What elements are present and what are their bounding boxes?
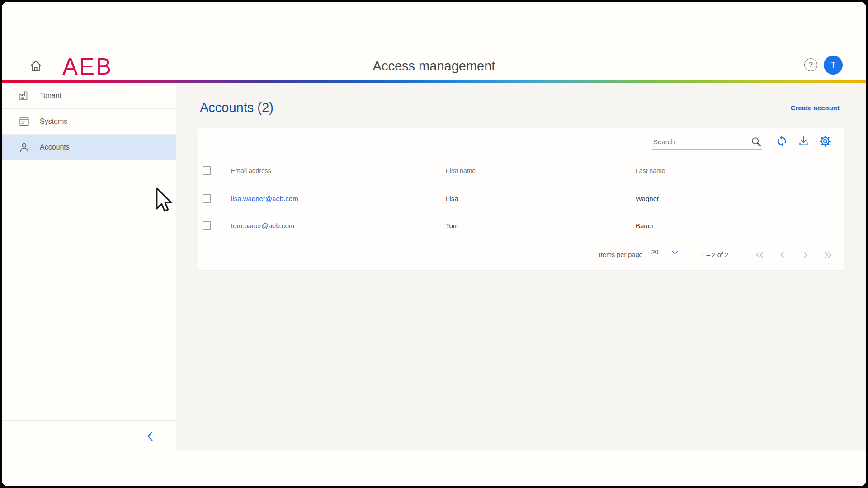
search-input[interactable] xyxy=(652,135,762,150)
gear-icon xyxy=(819,135,831,149)
table-row[interactable]: tom.bauer@aeb.com Tom Bauer xyxy=(198,212,844,239)
sidebar-item-label: Systems xyxy=(40,117,67,126)
next-page-button[interactable] xyxy=(800,249,811,260)
accounts-table-card: Email address First name Last name lisa.… xyxy=(198,128,844,270)
table-pagination-bar: Items per page 20 1 – 2 of 2 xyxy=(198,239,844,270)
chevron-left-icon xyxy=(144,429,158,445)
items-per-page-label: Items per page xyxy=(599,251,643,258)
download-button[interactable] xyxy=(797,136,810,148)
column-header-first-name[interactable]: First name xyxy=(446,167,636,174)
account-email-link[interactable]: tom.bauer@aeb.com xyxy=(231,222,446,230)
column-header-email[interactable]: Email address xyxy=(231,167,446,174)
avatar-initial: T xyxy=(831,61,836,70)
sidebar-footer xyxy=(2,420,176,451)
sidebar: Tenant Systems Accounts xyxy=(2,83,176,451)
search-box xyxy=(652,135,762,150)
double-chevron-left-icon xyxy=(755,249,765,260)
column-header-last-name[interactable]: Last name xyxy=(636,167,844,174)
chevron-left-icon xyxy=(777,249,788,260)
sidebar-item-label: Accounts xyxy=(40,143,70,151)
table-toolbar xyxy=(198,128,844,156)
first-page-button[interactable] xyxy=(755,249,765,260)
sidebar-collapse-button[interactable] xyxy=(144,430,158,444)
row-checkbox[interactable] xyxy=(203,194,211,203)
pager-buttons xyxy=(755,249,833,260)
table-row[interactable]: lisa.wagner@aeb.com Lisa Wagner xyxy=(198,185,844,212)
refresh-icon xyxy=(776,135,788,149)
sidebar-item-tenant[interactable]: Tenant xyxy=(2,83,176,109)
accounts-heading: Accounts (2) xyxy=(200,100,274,115)
account-first-name: Lisa xyxy=(446,195,636,202)
row-checkbox[interactable] xyxy=(203,221,211,230)
pagination-range-label: 1 – 2 of 2 xyxy=(701,251,728,258)
question-mark-icon: ? xyxy=(809,61,813,69)
select-all-checkbox[interactable] xyxy=(203,166,211,175)
chevron-down-icon xyxy=(670,249,679,258)
user-avatar[interactable]: T xyxy=(824,56,843,75)
account-first-name: Tom xyxy=(446,222,636,230)
items-per-page-select[interactable]: 20 xyxy=(650,249,680,261)
sidebar-item-label: Tenant xyxy=(40,92,61,100)
account-last-name: Bauer xyxy=(636,222,844,230)
double-chevron-right-icon xyxy=(822,249,833,260)
app-header: AEB Access management ? T xyxy=(2,2,866,80)
account-last-name: Wagner xyxy=(636,195,844,202)
download-icon xyxy=(797,135,810,149)
bottom-whitespace xyxy=(2,451,866,486)
chevron-right-icon xyxy=(800,249,811,260)
create-account-button[interactable]: Create account xyxy=(791,104,840,112)
items-per-page-value: 20 xyxy=(651,249,659,256)
sidebar-item-accounts[interactable]: Accounts xyxy=(2,135,176,160)
sidebar-item-systems[interactable]: Systems xyxy=(2,109,176,135)
account-email-link[interactable]: lisa.wagner@aeb.com xyxy=(231,195,446,202)
refresh-button[interactable] xyxy=(776,136,788,148)
search-icon[interactable] xyxy=(750,136,762,147)
brand-gradient-divider xyxy=(2,80,866,83)
previous-page-button[interactable] xyxy=(777,249,788,260)
help-button[interactable]: ? xyxy=(804,58,817,71)
main-content: Accounts (2) Create account xyxy=(176,83,866,451)
app-window: AEB Access management ? T Tenant xyxy=(2,2,866,486)
systems-icon xyxy=(18,116,30,128)
factory-icon xyxy=(18,90,30,102)
person-icon xyxy=(18,141,30,154)
table-header-row: Email address First name Last name xyxy=(198,156,844,185)
settings-button[interactable] xyxy=(819,136,831,148)
last-page-button[interactable] xyxy=(822,249,833,260)
page-title: Access management xyxy=(2,59,866,74)
